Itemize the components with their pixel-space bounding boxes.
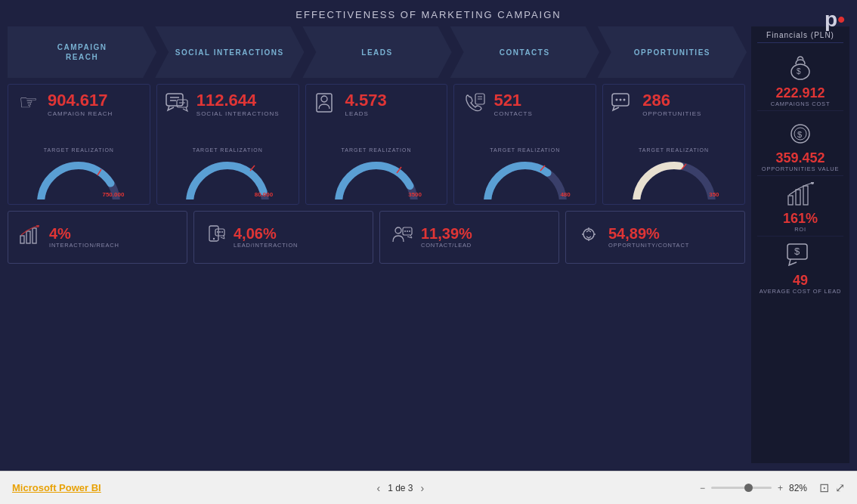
metric-top-campaign-reach: ☞ 904.617 CAMPAIGN REACH — [14, 92, 144, 117]
pipeline-step-contacts: CONTACTS — [450, 26, 599, 78]
gauge-container-4: 350 — [629, 154, 719, 199]
financials-panel: Financials (PLN) $ 222.912 CAMPAIGNS COS… — [751, 26, 849, 463]
pipeline-label-opportunities: OPPORTUNITIES — [634, 48, 710, 57]
powerbi-link[interactable]: Microsoft Power BI — [12, 482, 101, 493]
mobile-chat-icon — [205, 225, 226, 250]
roi-label: ROI — [794, 226, 806, 233]
pipeline-label-contacts: CONTACTS — [500, 48, 550, 57]
ratio-value-0: 4% — [49, 226, 119, 241]
fin-item-avg-cost-lead: $ 49 AVERAGE COST OF LEAD — [757, 240, 843, 298]
leads-value: 4.573 — [345, 92, 387, 109]
next-page-button[interactable]: › — [421, 482, 425, 494]
svg-text:$: $ — [794, 246, 800, 257]
zoom-bar: − + 82% ⊡ ⤢ — [700, 481, 845, 495]
fin-item-roi: 161% ROI — [757, 179, 843, 237]
svg-point-16 — [620, 99, 622, 101]
metric-card-opportunities: 286 OPPORTUNITIES TARGET REALIZATION — [602, 84, 745, 205]
metric-value-block-leads: 4.573 LEADS — [345, 92, 387, 117]
svg-point-8 — [321, 96, 327, 102]
gauge-leads: TARGET REALIZATION 3500 — [312, 120, 441, 199]
zoom-plus[interactable]: + — [778, 483, 783, 493]
bottom-nav: ‹ 1 de 3 › — [377, 482, 425, 494]
leads-label: LEADS — [345, 110, 387, 117]
phone-icon — [460, 92, 487, 117]
metric-value-block-contacts: 521 CONTACTS — [493, 92, 532, 117]
opportunities-value-value: 359.452 — [775, 151, 825, 165]
svg-point-24 — [213, 237, 215, 239]
svg-rect-46 — [803, 186, 808, 205]
campaign-reach-value: 904.617 — [48, 92, 113, 109]
target-value-3: 480 — [560, 191, 570, 198]
ratio-value-2: 11,39% — [421, 226, 472, 241]
svg-point-27 — [219, 231, 221, 233]
gauge-campaign-reach: TARGET REALIZATION 750.000 — [14, 120, 144, 199]
svg-point-32 — [407, 230, 408, 232]
metric-card-social-interactions: 112.644 SOCIAL INTERACTIONS TARGET REALI… — [156, 84, 299, 205]
ratio-value-1: 4,06% — [234, 226, 298, 241]
logo-dot: • — [837, 8, 845, 32]
ratio-value-block-1: 4,06% LEAD/INTERACTION — [234, 226, 298, 249]
campaign-reach-label: CAMPAIGN REACH — [48, 110, 113, 117]
ratio-label-2: CONTACT/LEAD — [421, 242, 472, 249]
gauge-opportunities: TARGET REALIZATION 350 — [609, 120, 738, 199]
logo-letter: p — [825, 9, 837, 30]
gauge-container-3: 480 — [480, 154, 571, 199]
metric-value-block-campaign-reach: 904.617 CAMPAIGN REACH — [48, 92, 113, 117]
ratio-value-block-3: 54,89% OPPORTUNITY/CONTACT — [608, 226, 689, 249]
handshake-icon — [577, 225, 601, 250]
pipeline-step-leads: LEADS — [302, 26, 451, 78]
pipeline-row: CAMPAIGNREACH SOCIAL INTERACTIONS LEADS … — [8, 26, 745, 78]
ratio-card-contact-lead: 11,39% CONTACT/LEAD — [379, 211, 559, 264]
financials-title: Financials (PLN) — [757, 31, 843, 43]
gauge-social: TARGET REALIZATION 80.000 — [163, 120, 292, 199]
campaigns-cost-value: 222.912 — [775, 86, 825, 100]
fin-item-campaigns-cost: $ 222.912 CAMPAIGNS COST — [757, 49, 843, 111]
svg-text:$: $ — [797, 67, 801, 76]
leads-icon — [312, 92, 339, 117]
svg-rect-21 — [32, 228, 36, 243]
contacts-value: 521 — [493, 92, 532, 109]
social-interactions-label: SOCIAL INTERACTIONS — [196, 110, 280, 117]
fit-icon[interactable]: ⊡ — [819, 481, 829, 495]
metric-card-leads: 4.573 LEADS TARGET REALIZATION — [305, 84, 448, 205]
svg-point-17 — [623, 99, 626, 101]
metrics-row: ☞ 904.617 CAMPAIGN REACH TARGET REALIZAT… — [8, 84, 745, 205]
main-dashboard: CAMPAIGNREACH SOCIAL INTERACTIONS LEADS … — [8, 26, 745, 463]
svg-rect-45 — [796, 190, 800, 205]
metric-top-leads: 4.573 LEADS — [312, 92, 441, 117]
ratio-label-1: LEAD/INTERACTION — [234, 242, 298, 249]
zoom-track[interactable] — [711, 487, 772, 489]
content-row: CAMPAIGNREACH SOCIAL INTERACTIONS LEADS … — [0, 26, 857, 471]
svg-rect-44 — [788, 196, 793, 205]
target-value-1: 80.000 — [255, 191, 273, 198]
opportunities-value-label: OPPORTUNITIES VALUE — [762, 165, 839, 172]
gauge-container-1: 80.000 — [182, 154, 273, 199]
gauge-container-0: 750.000 — [33, 154, 124, 199]
zoom-minus[interactable]: − — [700, 483, 705, 493]
person-chat-icon — [391, 225, 413, 250]
chat-dollar-icon: $ — [786, 243, 815, 272]
prev-page-button[interactable]: ‹ — [377, 482, 381, 494]
svg-rect-19 — [20, 236, 24, 243]
bar-chart-icon — [19, 225, 42, 250]
svg-point-47 — [811, 182, 814, 184]
logo: p• — [825, 8, 845, 32]
hand-icon: ☞ — [14, 92, 42, 113]
target-value-4: 350 — [709, 191, 719, 198]
gauge-container-2: 3500 — [331, 154, 422, 199]
svg-rect-20 — [26, 231, 30, 243]
main-area: EFFECTIVENESS OF MARKETING CAMPAIGN p• C… — [0, 0, 857, 471]
target-value-2: 3500 — [408, 191, 422, 198]
pipeline-label-campaign-reach: CAMPAIGNREACH — [57, 42, 107, 62]
dashboard-title: EFFECTIVENESS OF MARKETING CAMPAIGN — [0, 0, 857, 26]
ratio-row: 4% INTERACTION/REACH — [8, 211, 745, 264]
ratio-value-block-0: 4% INTERACTION/REACH — [49, 226, 119, 249]
svg-point-26 — [217, 231, 218, 233]
svg-point-29 — [395, 227, 401, 233]
roi-value: 161% — [783, 212, 818, 225]
ratio-label-3: OPPORTUNITY/CONTACT — [608, 242, 689, 249]
metric-value-block-social: 112.644 SOCIAL INTERACTIONS — [196, 92, 280, 117]
svg-point-31 — [404, 230, 406, 232]
svg-point-22 — [36, 225, 39, 227]
expand-icon[interactable]: ⤢ — [835, 481, 845, 495]
